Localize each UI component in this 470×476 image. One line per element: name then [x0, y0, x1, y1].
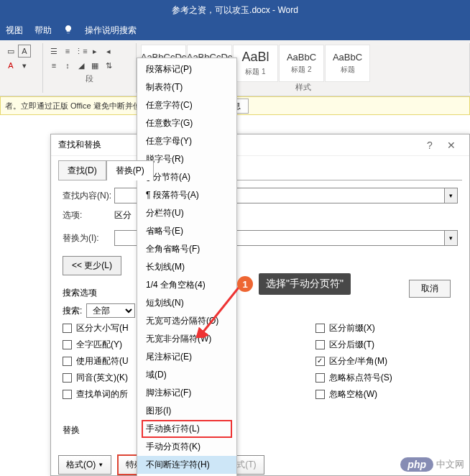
spacing-icon[interactable]: ↕	[61, 59, 74, 72]
checkbox-icon[interactable]	[63, 390, 72, 399]
checkbox-icon[interactable]	[315, 340, 325, 349]
option-label: 区分全/半角(M)	[329, 355, 387, 367]
menu-item-21[interactable]: 手动分页符(K)	[137, 438, 236, 456]
checkbox-icon[interactable]	[315, 324, 325, 333]
textbox-icon[interactable]: A	[18, 45, 31, 58]
replace-section-title: 替换	[63, 424, 458, 436]
menu-item-8[interactable]: 分栏符(U)	[137, 204, 236, 222]
style-h1[interactable]: AaBl标题 1	[233, 45, 278, 82]
menu-bar: 视图 帮助 操作说明搜索	[0, 20, 470, 40]
dialog-title: 查找和替换	[58, 139, 101, 151]
menu-item-11[interactable]: 长划线(M)	[137, 258, 236, 276]
checkbox-icon[interactable]	[315, 357, 325, 366]
checkbox-icon[interactable]	[63, 373, 72, 383]
option-label: 忽略空格(W)	[329, 388, 377, 401]
dialog-help-button[interactable]: ?	[419, 139, 441, 151]
menu-item-20[interactable]: 手动换行符(L)	[137, 420, 236, 438]
search-direction-label: 搜索:	[63, 305, 82, 317]
ruler-icon[interactable]: ▭	[4, 45, 17, 58]
menu-item-10[interactable]: 全角省略号(F)	[137, 240, 236, 258]
find-dropdown-icon[interactable]: ▾	[445, 188, 458, 203]
cancel-button[interactable]: 取消	[409, 280, 451, 298]
format-button[interactable]: 格式(O)▼	[58, 455, 111, 475]
multilevel-icon[interactable]: ⋮≡	[75, 45, 88, 58]
more-icon[interactable]: ▾	[18, 59, 31, 72]
option-row[interactable]: 查找单词的所	[63, 388, 129, 401]
special-format-menu[interactable]: 段落标记(P)制表符(T)任意字符(C)任意数字(G)任意字母(Y)脱字号(R)…	[137, 58, 237, 476]
option-row[interactable]: 区分前缀(X)	[315, 322, 392, 334]
align-icon[interactable]: ≡	[47, 59, 60, 72]
bulb-icon	[63, 24, 73, 37]
find-label: 查找内容(N):	[63, 190, 114, 202]
menu-item-4[interactable]: 任意字母(Y)	[137, 132, 236, 150]
option-row[interactable]: 区分后缀(T)	[315, 339, 392, 351]
option-label: 区分前缀(X)	[329, 322, 375, 334]
menu-item-22[interactable]: 不间断连字符(H)	[137, 456, 236, 474]
border-icon[interactable]: ▦	[88, 59, 101, 72]
annotation: 1 选择"手动分页符"	[237, 273, 351, 295]
option-label: 查找单词的所	[76, 388, 128, 401]
document-title: 参考之资，可以攻玉.docx - Word	[172, 4, 298, 17]
menu-item-3[interactable]: 任意数字(G)	[137, 114, 236, 132]
menu-item-2[interactable]: 任意字符(C)	[137, 96, 236, 114]
menu-item-15[interactable]: 无宽非分隔符(W)	[137, 330, 236, 348]
menu-item-14[interactable]: 无宽可选分隔符(O)	[137, 312, 236, 330]
menu-item-13[interactable]: 短划线(N)	[137, 294, 236, 312]
options-label: 选项:	[63, 209, 114, 221]
checkbox-icon[interactable]	[63, 357, 72, 366]
annotation-number: 1	[237, 276, 253, 292]
indent-right-icon[interactable]: ◂	[102, 45, 115, 58]
indent-left-icon[interactable]: ▸	[88, 45, 101, 58]
dialog-close-button[interactable]: ✕	[441, 139, 462, 151]
title-bar: 参考之资，可以攻玉.docx - Word	[0, 0, 470, 20]
tab-replace[interactable]: 替换(P)	[106, 160, 154, 180]
less-button[interactable]: << 更少(L)	[63, 256, 121, 275]
option-row[interactable]: 使用通配符(U	[63, 355, 129, 367]
menu-item-16[interactable]: 尾注标记(E)	[137, 348, 236, 366]
option-row[interactable]: 忽略空格(W)	[315, 388, 392, 401]
tell-me[interactable]: 操作说明搜索	[85, 24, 137, 37]
watermark: php 中文网	[400, 457, 464, 472]
menu-item-19[interactable]: 图形(I)	[137, 402, 236, 420]
menu-item-9[interactable]: 省略号(E)	[137, 222, 236, 240]
style-title[interactable]: AaBbC标题	[325, 45, 370, 82]
menu-help[interactable]: 帮助	[34, 24, 52, 37]
annotation-text: 选择"手动分页符"	[259, 273, 351, 295]
bullets-icon[interactable]: ☰	[47, 45, 60, 58]
checkbox-icon[interactable]	[63, 340, 72, 349]
para-group-label: 段	[47, 73, 132, 84]
option-label: 使用通配符(U	[76, 355, 129, 367]
checkbox-icon[interactable]	[63, 324, 72, 333]
find-replace-dialog: 查找和替换 ? ✕ 查找(D) 替换(P) 查找内容(N): ▾ 选项: 区分 …	[50, 134, 470, 476]
checkbox-icon[interactable]	[315, 373, 325, 383]
style-h2[interactable]: AaBbC标题 2	[279, 45, 324, 82]
option-label: 忽略标点符号(S)	[329, 372, 392, 384]
menu-item-17[interactable]: 域(D)	[137, 366, 236, 384]
option-row[interactable]: 区分大小写(H	[63, 322, 129, 334]
option-row[interactable]: 同音(英文)(K)	[63, 372, 129, 384]
php-pill: php	[400, 457, 433, 472]
shading-icon[interactable]: ◢	[75, 59, 88, 72]
menu-item-1[interactable]: 制表符(T)	[137, 78, 236, 96]
sort-icon[interactable]: ⇅	[102, 59, 115, 72]
replace-dropdown-icon[interactable]: ▾	[445, 230, 458, 246]
menu-item-7[interactable]: ¶ 段落符号(A)	[137, 186, 236, 204]
option-row[interactable]: 忽略标点符号(S)	[315, 372, 392, 384]
menu-view[interactable]: 视图	[6, 24, 23, 37]
option-label: 区分后缀(T)	[329, 339, 374, 351]
option-label: 区分大小写(H	[76, 322, 129, 334]
menu-item-18[interactable]: 脚注标记(F)	[137, 384, 236, 402]
search-direction-select[interactable]: 全部	[86, 303, 135, 318]
option-label: 全字匹配(Y)	[76, 339, 122, 351]
font-color-icon[interactable]: A	[4, 59, 17, 72]
checkbox-icon[interactable]	[315, 390, 325, 399]
warning-text: 者。立即通过正版 Office 避免中断并使	[5, 101, 141, 111]
options-value: 区分	[114, 209, 132, 221]
option-label: 同音(英文)(K)	[76, 372, 128, 384]
numbering-icon[interactable]: ≡	[61, 45, 74, 58]
option-row[interactable]: 区分全/半角(M)	[315, 355, 392, 367]
option-row[interactable]: 全字匹配(Y)	[63, 339, 129, 351]
menu-item-0[interactable]: 段落标记(P)	[137, 60, 236, 78]
tab-find[interactable]: 查找(D)	[58, 160, 106, 180]
menu-item-12[interactable]: 1/4 全角空格(4)	[137, 276, 236, 294]
